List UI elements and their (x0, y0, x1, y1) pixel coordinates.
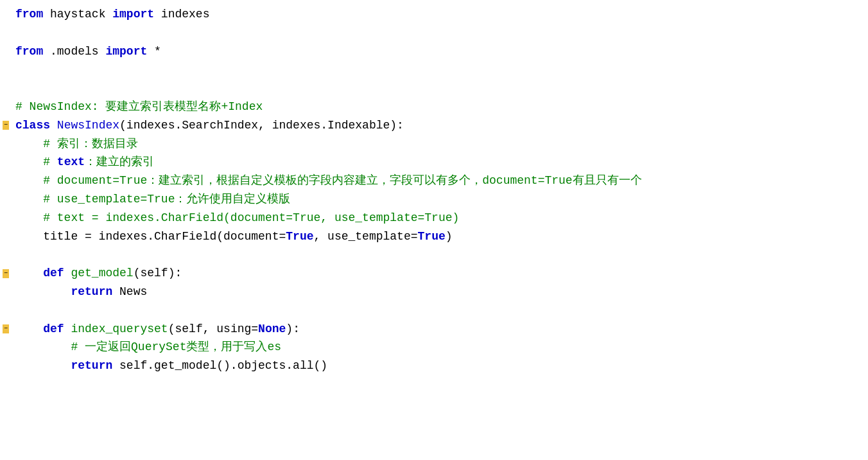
code-line: # text = indexes.CharField(document=True… (0, 209, 868, 227)
code-line: from haystack import indexes (0, 5, 868, 24)
code-line (0, 24, 868, 42)
token: True (418, 230, 446, 243)
line-content (9, 60, 868, 79)
token: True (286, 230, 313, 243)
code-line: from .models import * (0, 42, 868, 61)
token (15, 155, 43, 168)
token: (indexes.SearchIndex, indexes.Indexable)… (119, 119, 404, 132)
token: None (258, 323, 286, 335)
code-line: title = indexes.CharField(document=True,… (0, 227, 868, 246)
line-content: from .models import * (9, 42, 868, 61)
token: News (112, 285, 147, 298)
token: index_queryset (71, 323, 168, 335)
code-line (0, 79, 868, 98)
line-content: return News (9, 283, 868, 301)
code-line (0, 245, 868, 264)
token (15, 359, 71, 372)
gutter: − (0, 264, 9, 283)
token (15, 285, 71, 298)
code-editor: from haystack import indexes from .model… (0, 0, 868, 460)
token (64, 323, 71, 335)
token: # 一定返回QuerySet类型，用于写入es (71, 341, 281, 353)
code-line: # document=True：建立索引，根据自定义模板的字段内容建立，字段可以… (0, 172, 868, 190)
line-content: return self.get_model().objects.all() (9, 357, 868, 375)
line-content: # use_template=True：允许使用自定义模版 (9, 190, 868, 209)
gutter (0, 135, 9, 154)
token: title = indexes.CharField(document= (15, 230, 286, 243)
token (15, 323, 43, 335)
token: from (15, 45, 43, 58)
token: (self, using= (168, 323, 258, 335)
line-content: def get_model(self): (9, 264, 868, 283)
line-content: # 索引：数据目录 (9, 135, 868, 154)
token: return (71, 285, 112, 298)
token: (self): (134, 267, 182, 279)
token (15, 341, 71, 353)
gutter (0, 79, 9, 98)
token: get_model (71, 267, 133, 279)
token: haystack (43, 8, 112, 21)
token: import (105, 45, 147, 58)
line-content: def index_queryset(self, using=None): (9, 320, 868, 339)
gutter (0, 227, 9, 246)
line-content: # text：建立的索引 (9, 153, 868, 172)
token: # use_template=True：允许使用自定义模版 (43, 193, 290, 206)
token: indexes (154, 8, 209, 21)
collapse-marker[interactable]: − (3, 324, 9, 333)
code-line: # text：建立的索引 (0, 153, 868, 172)
gutter (0, 338, 9, 357)
token: from (15, 8, 43, 21)
token: .models (43, 45, 105, 58)
token: # text = indexes.CharField(document=True… (43, 211, 459, 224)
gutter: − (0, 320, 9, 339)
gutter (0, 301, 9, 320)
collapse-marker[interactable]: − (3, 269, 9, 278)
token: # 索引：数据目录 (43, 137, 138, 150)
code-line: return News (0, 283, 868, 301)
gutter: − (0, 116, 9, 135)
gutter (0, 5, 9, 24)
line-content (9, 301, 868, 320)
token: # (43, 155, 57, 168)
token: def (43, 267, 64, 279)
token: text (57, 155, 85, 168)
token (15, 174, 43, 187)
gutter (0, 98, 9, 116)
line-content: # NewsIndex: 要建立索引表模型名称+Index (9, 98, 868, 116)
gutter (0, 153, 9, 172)
token (15, 211, 43, 224)
token: NewsIndex (57, 119, 119, 132)
token: ：建立的索引 (85, 155, 154, 168)
line-content: class NewsIndex(indexes.SearchIndex, ind… (9, 116, 868, 135)
token (50, 119, 57, 132)
gutter (0, 172, 9, 190)
line-content: # document=True：建立索引，根据自定义模板的字段内容建立，字段可以… (9, 172, 868, 190)
token: ) (446, 230, 453, 243)
gutter (0, 24, 9, 42)
token: ): (286, 323, 300, 335)
line-content (9, 245, 868, 264)
gutter (0, 60, 9, 79)
token: class (15, 119, 50, 132)
token: * (147, 45, 161, 58)
collapse-marker[interactable]: − (3, 121, 9, 130)
line-content (9, 24, 868, 42)
gutter (0, 357, 9, 375)
code-line: # 索引：数据目录 (0, 135, 868, 154)
gutter (0, 245, 9, 264)
token: self.get_model().objects.all() (112, 359, 327, 372)
token: , use_template= (314, 230, 418, 243)
token: # NewsIndex: 要建立索引表模型名称+Index (15, 100, 263, 113)
line-content: title = indexes.CharField(document=True,… (9, 227, 868, 246)
code-line: − def get_model(self): (0, 264, 868, 283)
gutter (0, 283, 9, 301)
token: # document=True：建立索引，根据自定义模板的字段内容建立，字段可以… (43, 174, 641, 187)
code-line (0, 60, 868, 79)
token (15, 193, 43, 206)
code-line (0, 301, 868, 320)
code-line: # 一定返回QuerySet类型，用于写入es (0, 338, 868, 357)
code-line: − def index_queryset(self, using=None): (0, 320, 868, 339)
line-content (9, 79, 868, 98)
code-line: return self.get_model().objects.all() (0, 357, 868, 375)
code-line: −class NewsIndex(indexes.SearchIndex, in… (0, 116, 868, 135)
